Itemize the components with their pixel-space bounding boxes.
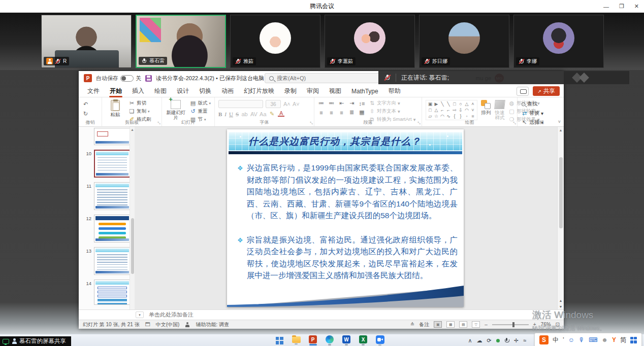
tab-insert[interactable]: 插入 <box>127 85 149 97</box>
tab-help[interactable]: 帮助 <box>384 85 405 97</box>
slide-thumbnail-partial[interactable] <box>85 128 135 145</box>
drawing-dialog-launcher-icon[interactable]: ⤡ <box>513 121 516 125</box>
char-spacing-icon[interactable]: AV <box>250 111 257 117</box>
punctuation-icon[interactable]: ’ <box>563 336 564 343</box>
align-center-icon[interactable]: ≡ <box>328 110 335 116</box>
paragraph-dialog-launcher-icon[interactable]: ⤡ <box>417 121 421 125</box>
share-button[interactable]: ↗ 共享 <box>533 86 560 96</box>
increase-indent-icon[interactable]: ⇥ <box>348 100 355 107</box>
tab-draw[interactable]: 绘图 <box>150 85 171 97</box>
slide-sorter-view-icon[interactable]: ▦ <box>446 321 455 328</box>
align-left-icon[interactable]: ≡ <box>318 110 325 116</box>
account-person-icon[interactable]: ☻ <box>601 336 608 343</box>
new-slide-button[interactable]: 新建幻灯片 <box>166 100 186 120</box>
shapes-gallery[interactable]: ▣▶╲╲□○△˄ □△⌐⌐⇨⇩◠˅ ▱☆◠∿{}◦≡ <box>426 100 477 120</box>
underline-icon[interactable]: U <box>229 111 233 117</box>
grow-font-icon[interactable]: A˄ <box>283 101 290 107</box>
bullets-icon[interactable]: ≔ <box>318 100 325 107</box>
document-title[interactable]: 读书分享会-2022.4.3(2) • 已保存到这台电脑 <box>156 75 264 82</box>
restore-icon[interactable]: ❐ <box>619 3 624 10</box>
slide-thumbnail-14[interactable]: 14 <box>85 280 135 305</box>
notes-toggle-label[interactable]: 备注 <box>419 321 429 328</box>
previous-slide-icon[interactable]: ▲ <box>559 299 563 302</box>
slide-thumbnail-12[interactable]: 12 <box>85 215 135 243</box>
close-icon[interactable]: ✕ <box>634 3 639 10</box>
emoji-icon[interactable]: ☺ <box>568 336 574 343</box>
file-explorer-button[interactable] <box>290 336 302 345</box>
reset-button[interactable]: ↺重置 <box>189 108 211 115</box>
align-text-button[interactable]: ⇳对齐文本 ▾ <box>369 108 415 115</box>
columns-icon[interactable]: ▦ <box>359 109 365 116</box>
tab-mathtype[interactable]: MathType <box>347 86 383 96</box>
shrink-font-icon[interactable]: A˅ <box>293 101 299 107</box>
slideshow-view-icon[interactable]: ▽ <box>472 321 480 328</box>
input-crosshair-icon[interactable]: ✛ <box>514 337 519 344</box>
quick-styles-button[interactable]: 快速样式 <box>495 100 505 120</box>
bold-icon[interactable]: B <box>218 111 222 117</box>
participant-tile[interactable]: 李娜 <box>513 15 604 68</box>
save-icon[interactable] <box>145 75 152 82</box>
slide-thumbnail-11[interactable]: 11 <box>85 182 135 210</box>
find-button[interactable]: 查找 <box>521 100 543 108</box>
tab-transitions[interactable]: 切换 <box>195 85 216 97</box>
minimize-icon[interactable]: — <box>603 4 609 10</box>
scrollbar-thumb[interactable] <box>131 218 134 274</box>
excel-button[interactable]: X <box>357 335 369 345</box>
collapse-ribbon-icon[interactable]: ˅ <box>558 119 561 124</box>
decrease-indent-icon[interactable]: ⇤ <box>338 100 345 107</box>
undo-icon[interactable]: ↶ <box>82 101 89 108</box>
soft-keyboard-icon[interactable]: ⌨ <box>589 336 597 343</box>
tray-expand-icon[interactable]: ∧ <box>468 337 472 344</box>
tab-slideshow[interactable]: 幻灯片放映 <box>239 85 279 97</box>
participant-tile-speaking[interactable]: 慕石雷 <box>136 15 226 68</box>
numbering-icon[interactable]: ≕ <box>328 100 335 107</box>
notes-collapse-icon[interactable]: ▾ <box>136 312 144 318</box>
start-button[interactable] <box>273 337 285 344</box>
tab-home[interactable]: 开始 <box>105 85 126 97</box>
input-mode-chinese[interactable]: 中 <box>553 336 559 344</box>
arrange-button[interactable]: 排列 <box>481 100 491 115</box>
cut-button[interactable]: ✂剪切 <box>128 100 151 107</box>
language-indicator[interactable]: 中文(中国) <box>156 321 180 328</box>
tray-mic-icon[interactable] <box>504 337 509 343</box>
copy-button[interactable]: ❏复制 ▾ <box>128 108 151 115</box>
tab-record[interactable]: 录制 <box>280 85 301 97</box>
tab-animations[interactable]: 动画 <box>217 85 238 97</box>
thumbnail-scrollbar[interactable]: ▲ <box>130 127 135 309</box>
slide-thumbnail-13[interactable]: 13 <box>85 247 135 275</box>
font-size-combobox[interactable]: 36 <box>266 100 281 108</box>
sogou-grid-icon[interactable] <box>630 337 637 343</box>
participant-tile[interactable]: 苏日娜 <box>419 15 509 68</box>
normal-view-icon[interactable]: ▣ <box>434 321 442 328</box>
justify-icon[interactable]: ≣ <box>348 109 355 116</box>
simplified-chinese-icon[interactable]: 简 <box>620 336 626 344</box>
reading-view-icon[interactable]: ▤ <box>459 321 467 328</box>
change-case-icon[interactable]: Aa <box>260 111 266 117</box>
notes-toggle-icon[interactable]: ≙ <box>410 322 414 327</box>
zoom-slider[interactable] <box>492 324 529 325</box>
search-box[interactable] <box>265 73 391 83</box>
toolbox-icon[interactable]: Y <box>612 336 616 343</box>
slide-thumbnail-10[interactable]: 10 <box>85 150 135 178</box>
redo-icon[interactable]: ↻ <box>82 111 89 117</box>
text-shadow-icon[interactable]: ab <box>241 111 248 117</box>
search-input[interactable] <box>277 75 368 81</box>
edge-button[interactable] <box>324 335 336 345</box>
italic-icon[interactable]: I <box>224 111 227 117</box>
zoom-slider-knob[interactable] <box>512 322 514 327</box>
sync-icon[interactable]: ⟳ <box>487 337 492 344</box>
participant-tile[interactable]: R <box>41 15 132 68</box>
tab-review[interactable]: 审阅 <box>302 85 324 97</box>
notes-placeholder[interactable]: 单击此处添加备注 <box>149 311 194 319</box>
status-dot-icon[interactable] <box>496 339 500 342</box>
paste-button[interactable]: 粘贴 <box>106 100 125 117</box>
highlight-color-icon[interactable]: ✎ <box>269 111 275 117</box>
tab-view[interactable]: 视图 <box>325 85 346 97</box>
line-spacing-icon[interactable]: ↕≡ <box>359 100 365 107</box>
tab-design[interactable]: 设计 <box>172 85 194 97</box>
slide-body[interactable]: ❖ 兴边富民行动，是1999年由国家民委联合国家发展改革委、财政部等部门倡议发起… <box>237 162 458 294</box>
onedrive-cloud-icon[interactable]: ☁ <box>477 337 482 344</box>
autosave-control[interactable]: 自动保存 关 <box>96 75 141 82</box>
layout-button[interactable]: ▤版式 ▾ <box>189 100 211 107</box>
sogou-logo-icon[interactable]: S <box>539 335 549 344</box>
